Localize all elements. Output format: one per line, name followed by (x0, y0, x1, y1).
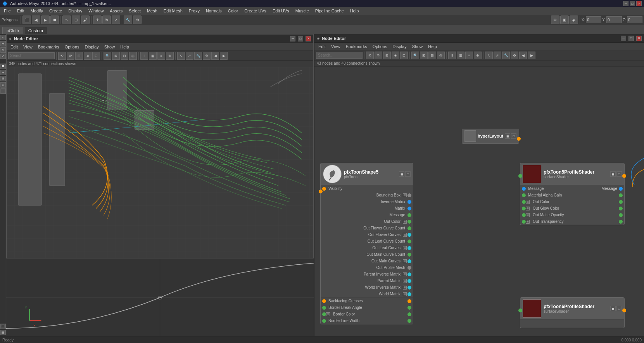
toolbar-paint[interactable]: 🖌 (81, 16, 90, 24)
port-5-ot-expand[interactable]: ⊞ (526, 220, 530, 224)
ne-tb-17[interactable]: ⚙ (203, 52, 211, 60)
ne-tb-3[interactable]: ⊞ (75, 52, 83, 60)
menu-create[interactable]: Create (47, 8, 64, 14)
menu-edit[interactable]: Edit (15, 8, 27, 14)
rne-tb-2[interactable]: ⟳ (375, 52, 382, 59)
pfxtoon6profileshader-btn-1[interactable]: ◼ (610, 306, 616, 311)
port-out-leaf-curves-expand[interactable]: ⊞ (403, 246, 407, 250)
toolbox-icon-9[interactable]: ⋯ (0, 88, 6, 94)
rne-tb-17[interactable]: ⚙ (511, 52, 518, 59)
toolbar-btn-3[interactable]: ▶ (41, 16, 50, 24)
menu-edit-mesh[interactable]: Edit Mesh (161, 8, 185, 14)
rne-tb-11[interactable]: ▦ (457, 52, 464, 59)
toolbar-move[interactable]: ✛ (93, 16, 102, 24)
pfxtoon6profileshader-btn-2[interactable]: □ (616, 306, 622, 311)
rne-tb-7[interactable]: ⊠ (420, 52, 428, 59)
pfxtoon6profileshader-node[interactable]: pfxToon6ProfileShader surfaceShader ◼ □ (520, 297, 625, 328)
rne-tb-18[interactable]: ◀ (519, 52, 527, 59)
toolbar-right-1[interactable]: ⚙ (551, 16, 559, 24)
toolbox-icon-4[interactable]: ⤢ (0, 53, 6, 59)
toolbox-bottom-1[interactable]: ⬛ (0, 324, 6, 329)
rne-tb-14[interactable]: ↖ (485, 52, 493, 59)
hyperlayout-node[interactable]: hyperLayout ◼ □ (462, 129, 519, 144)
menu-modify[interactable]: Modify (28, 8, 45, 14)
hyperlayout-btn-2[interactable]: □ (511, 133, 516, 139)
ne-tb-8[interactable]: ⊟ (121, 52, 128, 60)
menu-color[interactable]: Color (226, 8, 240, 14)
left-viewport-bottom[interactable]: X Y (6, 259, 314, 336)
ne-tb-10[interactable]: ⏸ (140, 52, 148, 60)
rne-tb-4[interactable]: ◈ (392, 52, 399, 59)
toolbox-icon-6[interactable]: ◈ (0, 70, 6, 75)
rne-tb-12[interactable]: ≡ (465, 52, 473, 59)
toolbox-icon-7[interactable]: ⊞ (0, 76, 6, 81)
toolbox-bottom-2[interactable]: ▦ (0, 330, 6, 335)
rne-tb-13[interactable]: ⊕ (474, 52, 482, 59)
toolbar-right-2[interactable]: ▣ (560, 16, 569, 24)
port-bounding-box-expand[interactable]: ⊞ (403, 193, 407, 197)
menu-display[interactable]: Display (66, 8, 85, 14)
app-maximize-btn[interactable]: □ (630, 1, 635, 6)
toolbar-btn-2[interactable]: ◀ (32, 16, 40, 24)
toolbar-btn-1[interactable]: ⬛ (22, 16, 31, 24)
ne-tb-5[interactable]: ⊡ (92, 52, 100, 60)
toolbar-snap[interactable]: 🔧 (124, 16, 132, 24)
menu-assets[interactable]: Assets (107, 8, 125, 14)
left-ne-canvas[interactable] (7, 67, 313, 258)
right-ne-maximize[interactable]: □ (628, 36, 634, 41)
port-out-flower-curves-expand[interactable]: ⊞ (403, 233, 407, 237)
rne-tb-16[interactable]: 🔧 (502, 52, 510, 59)
port-5-omo-expand[interactable]: ⊞ (526, 213, 530, 217)
left-ne-menu-show[interactable]: Show (102, 44, 117, 50)
rne-tb-5[interactable]: ⊡ (400, 52, 408, 59)
ne-tb-14[interactable]: ↖ (177, 52, 185, 60)
app-close-btn[interactable]: ✕ (636, 1, 642, 6)
left-ne-maximize[interactable]: □ (298, 36, 303, 41)
menu-normals[interactable]: Normals (204, 8, 224, 14)
port-parent-inverse-matrix-expand[interactable]: ⊞ (403, 272, 407, 276)
left-ne-menu-edit[interactable]: Edit (8, 44, 20, 50)
ne-tb-16[interactable]: 🔧 (194, 52, 202, 60)
menu-file[interactable]: File (2, 8, 13, 14)
ne-tb-2[interactable]: ⟳ (67, 52, 74, 60)
port-5-ogc-expand[interactable]: ⊞ (526, 207, 530, 210)
right-ne-menu-help[interactable]: Help (426, 43, 439, 50)
right-ne-menu-show[interactable]: Show (410, 43, 425, 50)
menu-pipeline-cache[interactable]: Pipeline Cache (313, 8, 346, 14)
left-ne-minimize[interactable]: ─ (290, 36, 295, 41)
port-out-main-curves-expand[interactable]: ⊞ (403, 259, 407, 263)
ne-tb-13[interactable]: ⊕ (166, 52, 174, 60)
toolbar-scale[interactable]: ⤢ (112, 16, 120, 24)
port-world-inverse-matrix-expand[interactable]: ⊞ (403, 286, 407, 290)
rne-tb-15[interactable]: ⤢ (494, 52, 501, 59)
ne-tb-1[interactable]: ⟲ (58, 52, 66, 60)
pfxtoonshape5-node[interactable]: pfxToonShape5 pfxToon ◼ □ Visibility (320, 163, 413, 324)
right-ne-close[interactable]: ✕ (636, 36, 642, 41)
toolbox-icon-3[interactable]: ↻ (0, 47, 6, 53)
menu-help[interactable]: Help (348, 8, 361, 14)
ne-tb-7[interactable]: ⊠ (112, 52, 120, 60)
ne-tb-19[interactable]: ▶ (220, 52, 228, 60)
coord-y-input[interactable] (606, 16, 622, 23)
port-parent-matrix-expand[interactable]: ⊞ (403, 279, 407, 283)
toolbox-icon-8[interactable]: ≡ (0, 82, 6, 88)
toolbar-lasso[interactable]: ⊡ (72, 16, 80, 24)
toolbar-right-3[interactable]: ◈ (570, 16, 578, 24)
left-ne-menu-bookmarks[interactable]: Bookmarks (36, 44, 62, 50)
ne-tb-15[interactable]: ⤢ (186, 52, 193, 60)
port-5-oc-expand[interactable]: ⊞ (526, 200, 530, 204)
rne-tb-6[interactable]: 🔍 (411, 52, 419, 59)
right-ne-canvas[interactable]: hyperLayout ◼ □ (314, 67, 644, 336)
toolbar-btn-4[interactable]: ⏹ (50, 16, 59, 24)
pfxtoonshape5-btn-2[interactable]: □ (405, 171, 411, 177)
right-ne-menu-edit[interactable]: Edit (316, 43, 328, 50)
tab-ncloth[interactable]: nCloth (2, 27, 23, 34)
toolbox-icon-2[interactable]: ✛ (0, 41, 6, 47)
menu-window[interactable]: Window (86, 8, 106, 14)
pfxtoon5profileshader-node[interactable]: pfxToon5ProfileShader surfaceShader ◼ □ (520, 163, 625, 225)
ne-tb-9[interactable]: ◎ (129, 52, 137, 60)
toolbox-icon-5[interactable]: 🔲 (0, 64, 6, 69)
rne-tb-1[interactable]: ⟲ (366, 52, 374, 59)
right-ne-menu-display[interactable]: Display (390, 43, 409, 50)
rne-tb-3[interactable]: ⊞ (383, 52, 391, 59)
